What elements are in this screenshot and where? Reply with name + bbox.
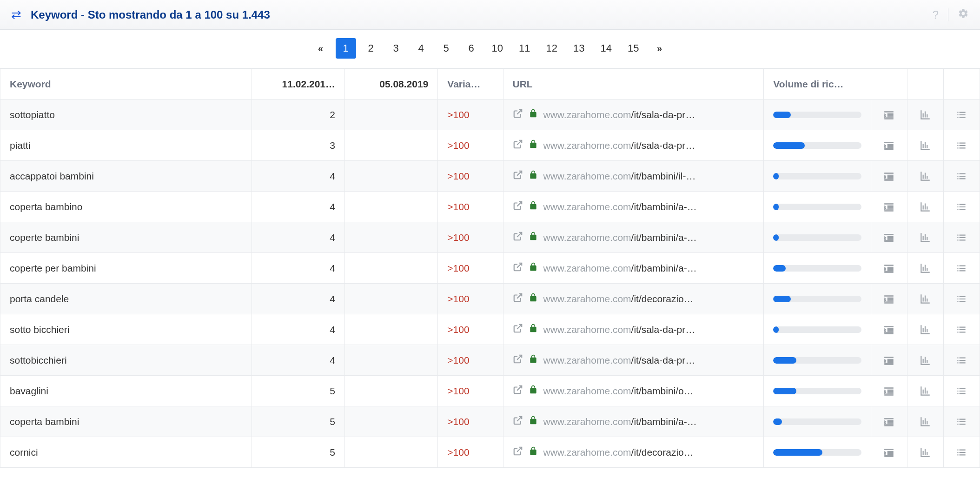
external-link-icon[interactable] [513,200,523,213]
keyword-cell[interactable]: coperta bambino [0,192,252,222]
page-6[interactable]: 6 [461,38,482,59]
url-text[interactable]: www.zarahome.com/it/bambini/o… [543,385,694,397]
chart-icon[interactable] [907,253,943,283]
url-text[interactable]: www.zarahome.com/it/bambini/a-… [543,201,697,212]
col-volume-header[interactable]: Volume di ric… [764,69,870,99]
url-text[interactable]: www.zarahome.com/it/sala-da-pr… [543,109,695,120]
external-link-icon[interactable] [513,354,523,366]
indent-icon[interactable] [871,437,907,467]
keyword-cell[interactable]: coperte per bambini [0,253,252,283]
page-next[interactable]: » [649,38,669,59]
indent-icon[interactable] [871,314,907,345]
help-icon[interactable]: ? [933,8,939,21]
chart-icon[interactable] [907,161,943,191]
indent-icon[interactable] [871,161,907,191]
keyword-cell[interactable]: coperte bambini [0,222,252,252]
keyword-cell[interactable]: sottopiatto [0,100,252,130]
list-icon[interactable] [944,253,980,283]
col-date2-header[interactable]: 05.08.2019 [345,69,437,99]
keyword-cell[interactable]: coperta bambini [0,406,252,437]
keyword-cell[interactable]: bavaglini [0,376,252,406]
external-link-icon[interactable] [513,385,523,397]
url-text[interactable]: www.zarahome.com/it/bambini/il-… [543,171,696,182]
list-icon[interactable] [944,437,980,467]
chart-icon[interactable] [907,192,943,222]
page-14[interactable]: 14 [595,38,617,59]
page-3[interactable]: 3 [386,38,406,59]
page-5[interactable]: 5 [436,38,457,59]
url-text[interactable]: www.zarahome.com/it/bambini/a-… [543,416,697,427]
chart-icon[interactable] [907,437,943,467]
chart-icon[interactable] [907,406,943,437]
url-text[interactable]: www.zarahome.com/it/bambini/a-… [543,232,697,243]
keyword-cell[interactable]: accappatoi bambini [0,161,252,191]
url-text[interactable]: www.zarahome.com/it/sala-da-pr… [543,355,695,366]
page-prev[interactable]: « [311,38,331,59]
chart-icon[interactable] [907,284,943,314]
keyword-cell[interactable]: porta candele [0,284,252,314]
external-link-icon[interactable] [513,292,523,305]
url-cell[interactable]: www.zarahome.com/it/decorazio… [503,437,764,467]
url-text[interactable]: www.zarahome.com/it/sala-da-pr… [543,140,695,151]
page-12[interactable]: 12 [541,38,563,59]
url-cell[interactable]: www.zarahome.com/it/bambini/il-… [503,161,764,191]
external-link-icon[interactable] [513,170,523,182]
gear-icon[interactable] [958,8,969,22]
indent-icon[interactable] [871,376,907,406]
keyword-cell[interactable]: cornici [0,437,252,467]
list-icon[interactable] [944,284,980,314]
external-link-icon[interactable] [513,108,523,121]
page-4[interactable]: 4 [411,38,431,59]
url-cell[interactable]: www.zarahome.com/it/sala-da-pr… [503,314,764,345]
url-text[interactable]: www.zarahome.com/it/bambini/a-… [543,263,697,274]
indent-icon[interactable] [871,100,907,130]
url-cell[interactable]: www.zarahome.com/it/sala-da-pr… [503,345,764,375]
keyword-cell[interactable]: piatti [0,130,252,160]
chart-icon[interactable] [907,314,943,345]
page-2[interactable]: 2 [361,38,381,59]
col-url-header[interactable]: URL [503,69,764,99]
url-cell[interactable]: www.zarahome.com/it/bambini/a-… [503,192,764,222]
chart-icon[interactable] [907,376,943,406]
indent-icon[interactable] [871,406,907,437]
indent-icon[interactable] [871,345,907,375]
page-10[interactable]: 10 [486,38,509,59]
url-cell[interactable]: www.zarahome.com/it/bambini/a-… [503,253,764,283]
list-icon[interactable] [944,314,980,345]
list-icon[interactable] [944,161,980,191]
indent-icon[interactable] [871,130,907,160]
list-icon[interactable] [944,376,980,406]
page-13[interactable]: 13 [568,38,590,59]
external-link-icon[interactable] [513,415,523,428]
col-date1-header[interactable]: 11.02.201… [252,69,344,99]
url-cell[interactable]: www.zarahome.com/it/bambini/a-… [503,406,764,437]
indent-icon[interactable] [871,222,907,252]
chart-icon[interactable] [907,345,943,375]
list-icon[interactable] [944,345,980,375]
url-cell[interactable]: www.zarahome.com/it/bambini/a-… [503,222,764,252]
url-cell[interactable]: www.zarahome.com/it/bambini/o… [503,376,764,406]
keyword-cell[interactable]: sotto bicchieri [0,314,252,345]
url-cell[interactable]: www.zarahome.com/it/decorazio… [503,284,764,314]
url-cell[interactable]: www.zarahome.com/it/sala-da-pr… [503,130,764,160]
col-keyword-header[interactable]: Keyword [0,69,252,99]
url-text[interactable]: www.zarahome.com/it/decorazio… [543,293,694,305]
col-variation-header[interactable]: Varia… [438,69,503,99]
chart-icon[interactable] [907,130,943,160]
page-15[interactable]: 15 [622,38,644,59]
indent-icon[interactable] [871,284,907,314]
external-link-icon[interactable] [513,139,523,152]
list-icon[interactable] [944,130,980,160]
external-link-icon[interactable] [513,446,523,458]
list-icon[interactable] [944,100,980,130]
swap-icon[interactable]: ⇄ [11,7,21,22]
indent-icon[interactable] [871,253,907,283]
chart-icon[interactable] [907,222,943,252]
list-icon[interactable] [944,406,980,437]
list-icon[interactable] [944,222,980,252]
external-link-icon[interactable] [513,323,523,336]
url-cell[interactable]: www.zarahome.com/it/sala-da-pr… [503,100,764,130]
list-icon[interactable] [944,192,980,222]
indent-icon[interactable] [871,192,907,222]
page-1[interactable]: 1 [336,38,356,59]
